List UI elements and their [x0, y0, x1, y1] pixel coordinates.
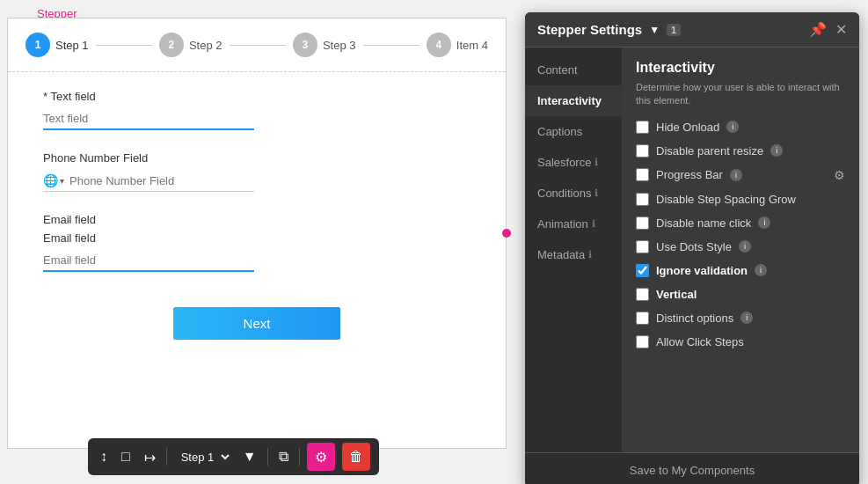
step-2-circle: 2 [159, 33, 184, 57]
hide-onload-info-icon[interactable]: i [726, 121, 739, 133]
bottom-toolbar: ↕ □ ↦ Step 1 Step 2 Step 3 Item 4 ▼ ⧉ ⚙ … [88, 438, 379, 475]
disable-parent-checkbox[interactable] [636, 144, 649, 158]
step-4-circle: 4 [427, 33, 451, 57]
disable-parent-label: Disable parent resize [656, 144, 763, 158]
step-2[interactable]: 2 Step 2 [159, 33, 222, 57]
nav-interactivity-label: Interactivity [537, 94, 602, 107]
phone-input[interactable] [69, 174, 254, 187]
disable-parent-info-icon[interactable]: i [770, 144, 783, 157]
step-connector-1 [96, 45, 152, 46]
ignore-validation-info-icon[interactable]: i [755, 264, 767, 276]
metadata-info-icon: ℹ [588, 249, 592, 260]
progress-bar-gear-icon[interactable]: ⚙ [834, 168, 845, 182]
external-link-icon[interactable]: ⧉ [275, 445, 292, 468]
step-connector-3 [363, 45, 419, 46]
progress-bar-label: Progress Bar [656, 168, 723, 181]
pin-icon[interactable]: 📌 [809, 21, 827, 38]
step-4-label: Item 4 [456, 39, 488, 52]
use-dots-style-checkbox[interactable] [636, 240, 649, 253]
step-3[interactable]: 3 Step 3 [293, 33, 356, 57]
nav-captions-label: Captions [537, 125, 582, 138]
checkbox-row-disable-step-spacing: Disable Step Spacing Grow [636, 193, 845, 206]
checkbox-row-allow-click-steps: Allow Click Steps [636, 335, 845, 348]
phone-field-group: Phone Number Field 🌐 ▾ [43, 151, 470, 192]
checkbox-row-use-dots-style: Use Dots Style i [636, 240, 845, 253]
phone-caret-icon[interactable]: ▾ [60, 176, 64, 186]
content-title: Interactivity [636, 60, 845, 76]
step-4[interactable]: 4 Item 4 [427, 33, 488, 57]
email-field-input[interactable] [43, 250, 254, 272]
distinct-options-label: Distinct options [656, 312, 733, 325]
salesforce-info-icon: ℹ [594, 157, 598, 168]
phone-row: 🌐 ▾ [43, 170, 254, 192]
nav-item-captions[interactable]: Captions [525, 116, 622, 147]
ignore-validation-checkbox[interactable] [636, 264, 649, 277]
email-field-group: Email field Email field [43, 213, 470, 272]
animation-info-icon: ℹ [592, 218, 595, 230]
chevron-down-icon[interactable]: ▼ [239, 445, 260, 468]
hide-onload-checkbox[interactable] [636, 121, 649, 134]
nav-salesforce-label: Salesforce [537, 156, 591, 169]
checkbox-row-hide-onload: Hide Onload i [636, 121, 845, 134]
disable-name-click-info-icon[interactable]: i [758, 216, 770, 229]
delete-button[interactable]: 🗑 [342, 443, 370, 471]
nav-content-label: Content [537, 63, 578, 77]
checkbox-row-disable-parent: Disable parent resize i [636, 144, 845, 158]
panel-footer: Save to My Components [525, 452, 859, 484]
canvas-area: 1 Step 1 2 Step 2 3 Step 3 4 Item 4 * Te… [7, 18, 507, 449]
nav-item-interactivity[interactable]: Interactivity [525, 85, 622, 116]
nav-animation-label: Animation [537, 217, 588, 231]
step-select[interactable]: Step 1 Step 2 Step 3 Item 4 [174, 448, 232, 466]
panel-chevron-icon[interactable]: ▼ [649, 24, 660, 36]
phone-flag-icon: 🌐 [43, 173, 58, 187]
settings-button[interactable]: ⚙ [307, 443, 335, 471]
resize-handle-right[interactable] [502, 229, 511, 238]
align-icon[interactable]: ↦ [141, 445, 159, 469]
allow-click-steps-checkbox[interactable] [636, 335, 649, 348]
use-dots-style-info-icon[interactable]: i [739, 240, 751, 253]
use-dots-style-label: Use Dots Style [656, 240, 732, 253]
distinct-options-info-icon[interactable]: i [740, 312, 753, 324]
panel-badge: 1 [667, 24, 681, 36]
toolbar-divider-3 [299, 448, 300, 466]
ignore-validation-label: Ignore validation [656, 264, 748, 277]
hide-onload-label: Hide Onload [656, 121, 719, 134]
disable-name-click-checkbox[interactable] [636, 216, 649, 230]
text-field-input[interactable] [43, 108, 254, 130]
content-desc: Determine how your user is able to inter… [636, 81, 845, 108]
nav-conditions-label: Conditions [537, 187, 591, 200]
panel-close-icon[interactable]: ✕ [835, 21, 847, 38]
checkbox-row-progress-bar: Progress Bar i ⚙ [636, 168, 845, 182]
panel-nav: Content Interactivity Captions Salesforc… [525, 48, 622, 452]
nav-item-content[interactable]: Content [525, 55, 622, 85]
step-3-circle: 3 [293, 33, 317, 57]
progress-bar-info-icon[interactable]: i [730, 169, 742, 181]
save-to-components-button[interactable]: Save to My Components [630, 464, 755, 477]
step-1-label: Step 1 [55, 39, 89, 52]
nav-item-animation[interactable]: Animation ℹ [525, 209, 622, 239]
step-1-circle: 1 [26, 33, 50, 57]
distinct-options-checkbox[interactable] [636, 312, 649, 325]
nav-item-metadata[interactable]: Metadata ℹ [525, 239, 622, 270]
disable-name-click-label: Disable name click [656, 216, 751, 230]
checkbox-row-vertical: Vertical [636, 288, 845, 301]
panel-title: Stepper Settings ▼ 1 [537, 22, 681, 37]
progress-bar-checkbox[interactable] [636, 168, 649, 181]
frame-icon[interactable]: □ [118, 445, 134, 468]
next-button[interactable]: Next [173, 307, 341, 340]
vertical-checkbox[interactable] [636, 288, 649, 301]
checkbox-row-disable-name-click: Disable name click i [636, 216, 845, 230]
nav-item-conditions[interactable]: Conditions ℹ [525, 178, 622, 209]
move-icon[interactable]: ↕ [97, 445, 111, 468]
next-btn-container: Next [43, 307, 470, 340]
disable-step-spacing-checkbox[interactable] [636, 193, 649, 206]
step-2-label: Step 2 [189, 39, 222, 52]
nav-item-salesforce[interactable]: Salesforce ℹ [525, 147, 622, 178]
steps-bar: 1 Step 1 2 Step 2 3 Step 3 4 Item 4 [8, 18, 506, 72]
step-1[interactable]: 1 Step 1 [26, 33, 89, 57]
checkbox-row-distinct-options: Distinct options i [636, 312, 845, 325]
toolbar-divider-1 [166, 448, 167, 466]
toolbar-divider-2 [267, 448, 268, 466]
panel-header-icons: 📌 ✕ [809, 21, 847, 38]
text-field-label: * Text field [43, 90, 470, 103]
